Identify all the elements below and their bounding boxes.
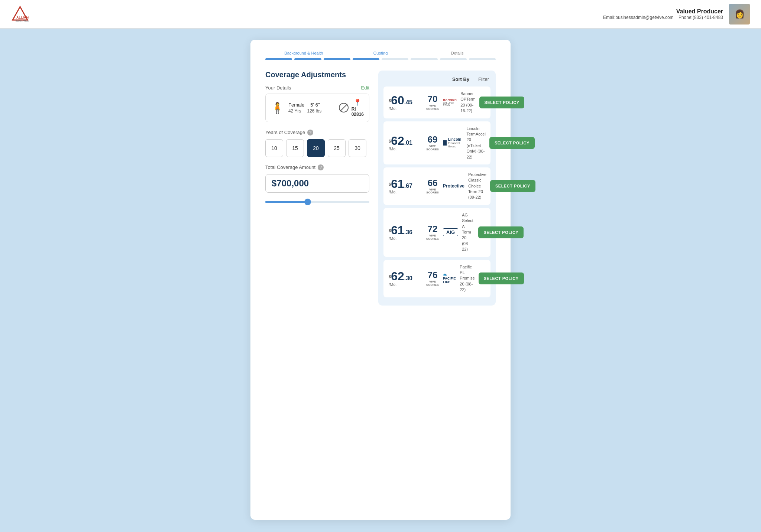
policy-logo-banner: BANNER WILLIAM PENN xyxy=(443,98,457,107)
lincoln-text: Lincoln xyxy=(448,137,463,141)
location-icon: 📍 xyxy=(353,98,362,107)
aig-logo-text: AIG xyxy=(443,228,458,236)
price-main-protective: 61 xyxy=(391,177,404,190)
year-btn-20[interactable]: 20 xyxy=(307,139,325,157)
gender: Female xyxy=(288,102,304,108)
header-right: Valued Producer Email:businessadmin@getv… xyxy=(603,4,750,25)
banner-sub-name: WILLIAM PENN xyxy=(443,101,457,107)
policy-price-protective: $61.67 /Mo. xyxy=(389,178,422,194)
step-label-quoting: Quoting xyxy=(342,51,419,55)
header: ALLIANCE INSURANCE Valued Producer Email… xyxy=(0,0,761,29)
policy-card-pacific: $62.30 /Mo. 76 VIVESCORES 🐟 PACIFIC LIFE… xyxy=(383,260,490,297)
coverage-amount-label: Total Coverage Amount ? xyxy=(265,164,369,170)
coverage-slider[interactable] xyxy=(265,201,369,203)
user-phone: Phone:(833) 401-8483 xyxy=(679,15,723,20)
main-card: Background & Health Quoting Details Cove… xyxy=(250,40,511,520)
progress-bar-4 xyxy=(353,58,379,60)
details-icons: 📍 RI 02816 xyxy=(339,98,364,117)
user-info: Valued Producer Email:businessadmin@getv… xyxy=(603,8,723,20)
year-btn-15[interactable]: 15 xyxy=(286,139,304,157)
year-buttons: 10 15 20 25 30 xyxy=(265,139,369,157)
vive-scores-pacific: VIVESCORES xyxy=(426,280,439,287)
policy-name-aig: AG Select-A-Term 20 (08-22) xyxy=(462,212,475,252)
sort-by-button[interactable]: Sort By xyxy=(451,76,471,83)
policy-name-banner: Banner OPTerm 20 (09-16-22) xyxy=(460,91,475,114)
coverage-help-icon[interactable]: ? xyxy=(318,164,324,170)
height: 5' 6" xyxy=(310,102,320,108)
coverage-adjustments-title: Coverage Adjustments xyxy=(265,71,369,79)
details-box: 🧍 Female 5' 6" 42 Yrs 126 lbs xyxy=(265,94,369,122)
policy-card-protective: $61.67 /Mo. 66 VIVESCORES Protective Pro… xyxy=(383,167,490,205)
policy-price-pacific: $62.30 /Mo. xyxy=(389,270,422,287)
price-main-pacific: 62 xyxy=(391,270,404,283)
main-content: Coverage Adjustments Your Details Edit 🧍… xyxy=(265,71,496,306)
policy-name-pacific: Pacific PL Promise 20 (08-22) xyxy=(460,264,475,293)
edit-link[interactable]: Edit xyxy=(361,85,369,91)
price-main-lincoln: 62 xyxy=(391,134,404,147)
price-decimal-aig: .36 xyxy=(404,229,412,235)
details-row2: 42 Yrs 126 lbs xyxy=(288,108,334,114)
details-info: Female 5' 6" 42 Yrs 126 lbs xyxy=(288,102,334,114)
vive-scores-aig: VIVESCORES xyxy=(426,234,439,241)
avatar: 👩 xyxy=(729,4,750,25)
policy-price-lincoln: $62.01 /Mo. xyxy=(389,135,422,151)
banner-brand-name: BANNER xyxy=(443,98,457,101)
year-btn-10[interactable]: 10 xyxy=(265,139,283,157)
year-btn-25[interactable]: 25 xyxy=(328,139,346,157)
your-details-label: Your Details xyxy=(265,85,291,91)
right-panel: Sort By Filter $60.45 /Mo. 70 VIVESCORES xyxy=(378,71,496,306)
page-background: Background & Health Quoting Details Cove… xyxy=(0,29,761,532)
select-policy-btn-aig[interactable]: SELECT POLICY xyxy=(478,226,524,238)
score-number-pacific: 76 xyxy=(426,270,439,280)
policy-logo-lincoln: Lincoln Financial Group xyxy=(443,137,463,148)
select-policy-btn-banner[interactable]: SELECT POLICY xyxy=(479,97,525,108)
score-number-banner: 70 xyxy=(426,94,439,104)
vive-scores-lincoln: VIVESCORES xyxy=(426,145,439,151)
price-period-protective: /Mo. xyxy=(389,190,422,194)
pacific-logo-text: 🐟 PACIFIC LIFE xyxy=(443,273,456,284)
progress-section: Background & Health Quoting Details xyxy=(265,51,496,60)
vive-scores-protective: VIVESCORES xyxy=(426,188,439,195)
progress-bar-3 xyxy=(324,58,350,60)
vive-scores-banner: VIVESCORES xyxy=(426,104,439,111)
price-decimal-banner: .45 xyxy=(404,99,412,105)
policy-name-protective: Protective Classic Choice Term 20 (09-22… xyxy=(468,172,486,200)
lincoln-square-icon xyxy=(443,140,447,146)
years-help-icon[interactable]: ? xyxy=(307,130,313,136)
policy-price-aig: $61.36 /Mo. xyxy=(389,224,422,241)
lincoln-sub-text: Financial Group xyxy=(448,141,463,148)
policy-logo-aig: AIG xyxy=(443,228,458,236)
progress-bars xyxy=(265,58,496,60)
lincoln-text-group: Lincoln Financial Group xyxy=(448,137,463,148)
no-smoking-icon xyxy=(339,103,349,112)
person-icon: 🧍 xyxy=(271,102,284,114)
protective-logo-text: Protective xyxy=(443,183,464,189)
step-label-bg-health: Background & Health xyxy=(265,51,342,55)
step-labels: Background & Health Quoting Details xyxy=(265,51,496,55)
policy-card-lincoln: $62.01 /Mo. 69 VIVESCORES Lincoln Financ… xyxy=(383,121,490,164)
year-btn-30[interactable]: 30 xyxy=(349,139,366,157)
user-email: Email:businessadmin@getvive.com xyxy=(603,15,674,20)
policy-score-protective: 66 VIVESCORES xyxy=(426,178,439,195)
policy-score-banner: 70 VIVESCORES xyxy=(426,94,439,111)
policy-name-lincoln: Lincoln TermAccel 20 (eTicket Only) (08-… xyxy=(467,126,486,160)
location-info: 📍 RI 02816 xyxy=(352,98,364,117)
price-period-lincoln: /Mo. xyxy=(389,147,422,151)
price-main-banner: 60 xyxy=(391,94,404,107)
select-policy-btn-lincoln[interactable]: SELECT POLICY xyxy=(489,137,535,149)
select-policy-btn-protective[interactable]: SELECT POLICY xyxy=(490,180,535,192)
step-label-details: Details xyxy=(419,51,496,55)
filter-button[interactable]: Filter xyxy=(477,76,490,83)
select-policy-btn-pacific[interactable]: SELECT POLICY xyxy=(479,272,524,284)
user-name: Valued Producer xyxy=(603,8,723,15)
alliance-logo-icon: ALLIANCE INSURANCE xyxy=(11,5,29,23)
lincoln-logo: Lincoln Financial Group xyxy=(443,137,463,148)
banner-logo: BANNER WILLIAM PENN xyxy=(443,98,457,107)
progress-bar-5 xyxy=(382,58,408,60)
policy-score-pacific: 76 VIVESCORES xyxy=(426,270,439,287)
policy-logo-pacific: 🐟 PACIFIC LIFE xyxy=(443,273,456,284)
policy-logo-protective: Protective xyxy=(443,183,464,189)
price-period-banner: /Mo. xyxy=(389,106,422,111)
policy-score-lincoln: 69 VIVESCORES xyxy=(426,134,439,151)
policy-score-aig: 72 VIVESCORES xyxy=(426,224,439,241)
